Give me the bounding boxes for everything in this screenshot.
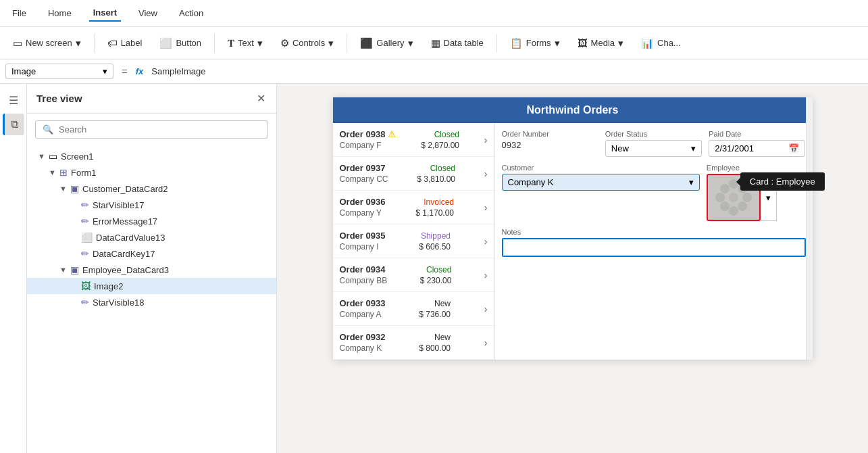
property-select[interactable]: Image [5, 64, 113, 79]
tree-item-starvisible18[interactable]: ✏ StarVisible18 [27, 294, 276, 310]
tree-item-screen1[interactable]: ▼ ▭ Screen1 [27, 148, 276, 164]
side-icons: ☰ ⧉ [0, 84, 27, 453]
tree-content: ▼ ▭ Screen1 ▼ ⊞ Form1 ▼ ▣ Customer_DataC… [27, 145, 276, 453]
order-amount-0937: $ 3,810.00 [417, 174, 455, 184]
paid-date-input[interactable]: 2/31/2001 📅 [709, 140, 805, 157]
customer-datacard2-chevron: ▼ [59, 185, 70, 193]
button-button[interactable]: ⬜ Button [152, 33, 209, 53]
datacardkey17-label: DataCardKey17 [93, 249, 155, 259]
data-table-button[interactable]: ▦ Data table [424, 33, 491, 53]
order-item-0937[interactable]: Order 0937 Company CC Closed $ 3,810.00 … [333, 157, 494, 191]
menu-bar: File Home Insert View Action [0, 0, 868, 27]
media-chevron [618, 37, 623, 49]
detail-panel: Order Number 0932 Order Status New ▾ Pai… [495, 123, 813, 360]
order-amount-0938: $ 2,870.00 [421, 141, 459, 150]
tree-item-datacardkey17[interactable]: ✏ DataCardKey17 [27, 245, 276, 262]
gallery-icon: ⬛ [360, 37, 373, 49]
layers-icon[interactable]: ⧉ [3, 114, 24, 135]
order-arrow-0932: › [484, 337, 488, 348]
datacardkey-icon: ✏ [81, 248, 89, 259]
order-status-0935: Shipped [421, 231, 451, 241]
order-status-0932: New [434, 333, 451, 342]
media-button[interactable]: 🖼 Media [570, 33, 631, 53]
app-preview: Northwind Orders Order 0938 ⚠ Company F [333, 97, 813, 360]
svg-point-6 [720, 201, 730, 211]
order-item-0933[interactable]: Order 0933 Company A New $ 736.00 › [333, 292, 494, 326]
employee-label: Employee [707, 164, 806, 172]
order-item-0938[interactable]: Order 0938 ⚠ Company F Closed $ 2,870.00… [333, 123, 494, 157]
label-button[interactable]: 🏷 Label [100, 33, 150, 53]
text-button[interactable]: 𝐓 Text [220, 33, 270, 53]
nw-title: Northwind Orders [526, 104, 618, 116]
menu-action[interactable]: Action [175, 5, 207, 21]
order-num-0936: Order 0936 [340, 197, 386, 207]
charts-button[interactable]: 📊 Cha... [634, 33, 688, 53]
menu-insert[interactable]: Insert [89, 5, 121, 22]
scroll-indicator[interactable] [806, 97, 813, 360]
controls-chevron [328, 37, 334, 49]
forms-button[interactable]: 📋 Forms [503, 33, 567, 53]
tree-title: Tree view [36, 93, 82, 104]
order-company-0935: Company I [340, 242, 386, 252]
controls-button[interactable]: ⚙ Controls [273, 33, 341, 53]
form-icon: ⊞ [59, 167, 68, 178]
tree-item-starvisible17[interactable]: ✏ StarVisible17 [27, 197, 276, 213]
employee-card-wrapper: Card : Employee [707, 174, 761, 221]
new-screen-chevron [76, 37, 81, 49]
search-input[interactable] [59, 124, 261, 135]
controls-icon: ⚙ [280, 37, 289, 49]
menu-icon[interactable]: ☰ [3, 89, 24, 111]
order-num-0937: Order 0937 [340, 163, 386, 173]
sep3 [347, 34, 347, 53]
employee-placeholder-svg [713, 177, 754, 218]
order-status-0937: Closed [430, 164, 455, 173]
tree-item-employee-datacard3[interactable]: ▼ ▣ Employee_DataCard3 [27, 262, 276, 278]
equals-sign: = [118, 66, 132, 77]
order-item-0935[interactable]: Order 0935 Company I Shipped $ 606.50 › [333, 224, 494, 258]
order-arrow-0934: › [484, 270, 488, 281]
order-amount-0935: $ 606.50 [419, 242, 451, 252]
paid-date-value: 2/31/2001 [715, 143, 754, 153]
gallery-button[interactable]: ⬛ Gallery [353, 33, 420, 53]
paid-date-label: Paid Date [709, 130, 805, 138]
svg-point-2 [742, 193, 752, 202]
order-arrow-0938: › [484, 135, 488, 145]
screen-icon: ▭ [49, 151, 57, 162]
tree-item-customer-datacard2[interactable]: ▼ ▣ Customer_DataCard2 [27, 181, 276, 197]
employee-dropdown[interactable]: ▾ [761, 174, 777, 221]
datacardvalue-icon: ⬜ [81, 232, 93, 243]
tree-item-datacardvalue13[interactable]: ⬜ DataCardValue13 [27, 229, 276, 245]
property-name: Image [11, 66, 36, 76]
employee-image-box[interactable] [707, 174, 761, 221]
employee-datacard3-chevron: ▼ [59, 266, 70, 274]
order-item-0934[interactable]: Order 0934 Company BB Closed $ 230.00 › [333, 258, 494, 292]
datacardvalue13-label: DataCardValue13 [96, 233, 165, 243]
formula-input[interactable] [147, 64, 863, 78]
calendar-icon: 📅 [788, 143, 799, 153]
order-item-0932[interactable]: Order 0932 Company K New $ 800.00 › [333, 326, 494, 360]
nw-body: Order 0938 ⚠ Company F Closed $ 2,870.00… [333, 123, 813, 360]
menu-home[interactable]: Home [44, 5, 76, 21]
forms-icon: 📋 [510, 37, 523, 49]
notes-input[interactable] [502, 238, 806, 257]
image2-label: Image2 [94, 281, 123, 291]
tree-item-errormessage17[interactable]: ✏ ErrorMessage17 [27, 213, 276, 229]
order-item-0936[interactable]: Order 0936 Company Y Invoiced $ 1,170.00… [333, 191, 494, 224]
order-status-0933: New [434, 299, 451, 308]
tree-search-box[interactable]: 🔍 [35, 120, 268, 139]
new-screen-button[interactable]: ▭ New screen [5, 33, 88, 53]
customer-select[interactable]: Company K ▾ [502, 174, 700, 191]
order-status-0936: Invoiced [424, 197, 454, 207]
order-amount-0936: $ 1,170.00 [415, 208, 454, 218]
order-status-select[interactable]: New ▾ [605, 140, 702, 157]
tree-item-form1[interactable]: ▼ ⊞ Form1 [27, 164, 276, 181]
tree-item-image2[interactable]: 🖼 Image2 [27, 278, 276, 294]
order-num-0934: Order 0934 [340, 264, 386, 275]
star-icon: ✏ [81, 199, 89, 210]
employee-datacard-icon: ▣ [70, 264, 79, 275]
menu-file[interactable]: File [8, 5, 30, 21]
media-icon: 🖼 [578, 37, 588, 49]
menu-view[interactable]: View [134, 5, 161, 21]
tree-close-button[interactable]: ✕ [255, 91, 267, 106]
button-icon: ⬜ [159, 37, 172, 49]
